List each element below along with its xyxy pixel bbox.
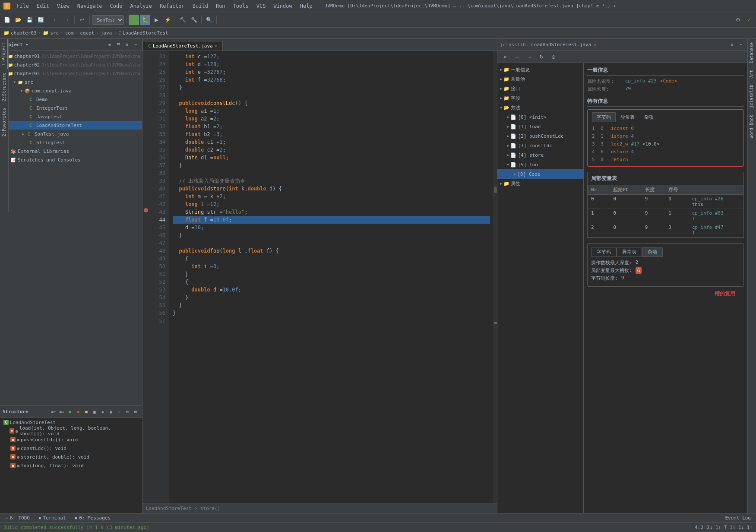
project-panel-settings[interactable]: ⚙ xyxy=(123,41,131,49)
menu-file[interactable]: File xyxy=(13,2,32,10)
jt-fields[interactable]: ▶ 📁 字段 xyxy=(497,93,583,103)
menu-analyze[interactable]: Analyze xyxy=(127,2,155,10)
menu-refactor[interactable]: Refactor xyxy=(156,2,188,10)
jt-method-4[interactable]: ▶ 📄 [4] store xyxy=(497,150,583,160)
code-editor[interactable]: int c = 127; int d = 128; int e = 32767;… xyxy=(169,51,493,504)
structure-method-push[interactable]: m ● pushConstLdc(): void xyxy=(0,435,142,444)
left-tab-favorites[interactable]: 2:Favorites xyxy=(0,104,8,140)
menu-build[interactable]: Build xyxy=(189,2,212,10)
jclasslib-target-btn[interactable]: ⊙ xyxy=(548,52,559,62)
tree-item-demo[interactable]: C Demo xyxy=(0,95,142,104)
breadcrumb-item-java[interactable]: java xyxy=(101,30,112,36)
breadcrumb-item-file[interactable]: C LoadAndStoreTest xyxy=(118,30,168,36)
menu-navigate[interactable]: Navigate xyxy=(74,2,106,10)
structure-method-load[interactable]: m ● load(int, Object, long, boolean, sho… xyxy=(0,427,142,435)
struct-btn-7[interactable]: ◈ xyxy=(99,408,107,416)
menu-window[interactable]: Window xyxy=(270,2,295,10)
struct-btn-3[interactable]: ● xyxy=(66,408,74,416)
detail-attr-name-link[interactable]: cp_info #23 xyxy=(625,78,657,85)
menu-vcs[interactable]: VCS xyxy=(253,2,269,10)
misc-tab-misc[interactable]: 杂项 xyxy=(642,247,663,257)
settings-btn[interactable]: ⚙ xyxy=(733,15,743,25)
jclasslib-back-btn[interactable]: ← xyxy=(512,52,522,62)
struct-btn-9[interactable]: ☆ xyxy=(115,408,123,416)
sort-alpha-btn[interactable]: ≡↑ xyxy=(50,408,57,416)
breadcrumb-item-com[interactable]: com xyxy=(65,30,74,36)
jt-general-info[interactable]: ▶ 📁 一般信息 xyxy=(497,65,583,74)
menu-edit[interactable]: Edit xyxy=(33,2,53,10)
right-sidebar-jclasslib[interactable]: jclasslib xyxy=(748,81,756,111)
jclasslib-refresh-btn[interactable]: ↻ xyxy=(536,52,547,62)
tree-item-chapter03[interactable]: ▼ 📁 chapter03 D:\IdeaProject\IdeaProject… xyxy=(0,69,142,78)
jclasslib-forward-btn[interactable]: → xyxy=(524,52,535,62)
jclasslib-minimize-btn[interactable]: − xyxy=(737,41,745,49)
menu-view[interactable]: View xyxy=(54,2,73,10)
structure-method-store[interactable]: m ● store(int, double): void xyxy=(0,453,142,461)
check-btn[interactable]: ✓ xyxy=(744,15,754,25)
code-box-tab-exceptions[interactable]: 异常表 xyxy=(616,112,639,122)
menu-run[interactable]: Run xyxy=(212,2,229,10)
toolbar-new-btn[interactable]: 📄 xyxy=(2,15,12,25)
detail-attr-name-code[interactable]: <Code> xyxy=(660,78,677,85)
structure-method-const[interactable]: m ● constLdc(): void xyxy=(0,444,142,453)
right-sidebar-art[interactable]: Art xyxy=(748,66,756,81)
misc-tab-bytecode[interactable]: 字节码 xyxy=(591,247,617,257)
project-panel-btn-1[interactable]: ⊕ xyxy=(106,41,114,49)
jclasslib-settings-btn[interactable]: ⚙ xyxy=(728,41,736,49)
left-tab-structure[interactable]: Z:Structure xyxy=(0,69,8,104)
jt-constants[interactable]: ▶ 📁 常量池 xyxy=(497,74,583,84)
code-box-tab-bytecode[interactable]: 字节码 xyxy=(592,112,616,122)
project-panel-close[interactable]: − xyxy=(132,41,139,49)
jt-interfaces[interactable]: ▶ 📁 接口 xyxy=(497,84,583,93)
left-tab-project[interactable]: 1:Project xyxy=(0,39,8,69)
jt-attributes[interactable]: ▶ 📁 属性 xyxy=(497,179,583,188)
struct-btn-5[interactable]: ● xyxy=(82,408,90,416)
misc-tab-exceptions[interactable]: 异常表 xyxy=(617,247,642,257)
tree-item-external-libs[interactable]: ▶ 📚 External Libraries xyxy=(0,147,142,155)
menu-bar[interactable]: File Edit View Navigate Code Analyze Ref… xyxy=(13,2,316,10)
jclasslib-close-tab[interactable]: × xyxy=(594,42,596,47)
tree-item-chapter01[interactable]: ▶ 📁 chapter01 D:\IdeaProject\IdeaProject… xyxy=(0,52,142,60)
sort-btn[interactable]: ≡↓ xyxy=(58,408,66,416)
tree-item-chapter02[interactable]: ▶ 📁 chapter02 D:\IdeaProject\IdeaProject… xyxy=(0,60,142,69)
breadcrumb-item-src[interactable]: 📁 src xyxy=(43,30,59,36)
toolbar-sync-btn[interactable]: 🔄 xyxy=(35,15,46,25)
bottom-tab-terminal[interactable]: ▪ Terminal xyxy=(35,514,70,522)
tree-item-son-test[interactable]: ▶ C SonTest.java xyxy=(0,130,142,138)
struct-btn-6[interactable]: ▣ xyxy=(91,408,98,416)
breadcrumb-item-cqupt[interactable]: cqupt xyxy=(80,30,94,36)
struct-btn-10[interactable]: ⊕ xyxy=(123,408,131,416)
tree-item-javap-test[interactable]: C JavapTest xyxy=(0,112,142,121)
vertical-scrollbar[interactable] xyxy=(493,51,497,504)
jclasslib-close-btn[interactable]: × xyxy=(500,52,510,62)
structure-method-foo[interactable]: m ● foo(long, float): void xyxy=(0,461,142,470)
jt-method-1[interactable]: ▶ 📄 [1] load xyxy=(497,122,583,131)
toolbar-forward-btn[interactable]: → xyxy=(62,15,72,25)
tree-item-scratches[interactable]: ▶ 📝 Scratches and Consoles xyxy=(0,155,142,164)
event-log-btn[interactable]: Event Log xyxy=(721,514,754,522)
tree-item-string-test[interactable]: C StringTest xyxy=(0,138,142,147)
jt-method-0[interactable]: ▶ 📄 [0] <init> xyxy=(497,112,583,122)
project-panel-btn-2[interactable]: ☰ xyxy=(114,41,122,49)
run-btn[interactable]: ▶ xyxy=(129,15,139,25)
struct-btn-4[interactable]: ● xyxy=(74,408,82,416)
jclasslib-tab-filename[interactable]: LoadAndStoreTest.java xyxy=(531,42,591,48)
editor-tab-main[interactable]: C LoadAndStoreTest.java × xyxy=(142,41,223,51)
struct-btn-11[interactable]: ⊞ xyxy=(132,408,139,416)
build-project-btn[interactable]: 🔧 xyxy=(189,15,199,25)
tree-item-integer-test[interactable]: C IntegerTest xyxy=(0,104,142,112)
jt-method-3[interactable]: ▶ 📄 [3] constLdc xyxy=(497,141,583,150)
breadcrumb-item-chapter03[interactable]: 📁 chapter03 xyxy=(3,30,37,36)
code-box-tab-misc[interactable]: 杂项 xyxy=(639,112,658,122)
menu-help[interactable]: Help xyxy=(297,2,316,10)
debug-btn[interactable]: 🐛 xyxy=(140,15,150,25)
run-config-dropdown[interactable]: SonTest xyxy=(92,15,124,25)
right-sidebar-database[interactable]: Database xyxy=(748,39,756,66)
toolbar-back-btn[interactable]: ← xyxy=(51,15,61,25)
build-btn[interactable]: 🔨 xyxy=(177,15,188,25)
tree-item-package[interactable]: ▼ 📦 com.cqupt.java xyxy=(0,86,142,95)
find-btn[interactable]: 🔍 xyxy=(204,15,214,25)
tree-item-load-store[interactable]: C LoadAndStoreTest xyxy=(0,121,142,130)
toolbar-save-btn[interactable]: 💾 xyxy=(24,15,35,25)
profile-btn[interactable]: ⚡ xyxy=(162,15,173,25)
